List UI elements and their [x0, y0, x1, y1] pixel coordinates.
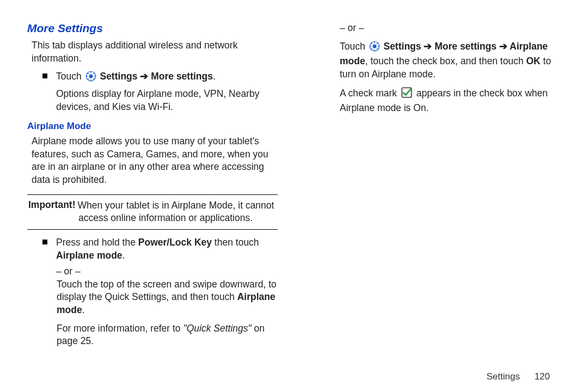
- airplane-desc: Airplane mode allows you to use many of …: [32, 135, 278, 187]
- ok-bold: OK: [526, 56, 540, 66]
- bullet-touch-settings: Touch Settings: [42, 70, 278, 113]
- power-lock-key: Power/Lock Key: [138, 237, 212, 248]
- path-settings-more: Settings ➔ More settings: [100, 71, 213, 82]
- period: .: [213, 71, 216, 82]
- svg-line-8: [88, 78, 89, 79]
- text-touch: Touch: [56, 71, 82, 82]
- airplane-mode-bold: Airplane mode: [56, 250, 122, 261]
- swipe-down-line: Touch the top of the screen and swipe do…: [57, 278, 278, 317]
- important-text-1: When your tablet is in Airplane Mode, it…: [78, 199, 277, 212]
- settings-gear-icon: [85, 71, 96, 85]
- touch-path-2: Touch Settings ➔ More settings ➔ Airplan…: [340, 40, 561, 81]
- bullet-press-hold: Press and hold the Power/Lock Key then t…: [42, 236, 278, 278]
- svg-line-16: [371, 43, 372, 44]
- svg-line-17: [377, 48, 378, 50]
- svg-line-9: [93, 73, 94, 74]
- quick-settings-ref: "Quick Settings": [183, 323, 251, 334]
- square-bullet-icon: [42, 74, 47, 78]
- svg-line-7: [93, 78, 94, 79]
- manual-page: More Settings This tab displays addition…: [0, 0, 588, 365]
- more-settings-intro: This tab displays additional wireless an…: [32, 39, 278, 65]
- period2: .: [122, 250, 125, 261]
- checkbox-checked-icon: [401, 87, 413, 102]
- for-more-info: For more information, refer to "Quick Se…: [57, 322, 278, 348]
- or-sep-2: – or –: [340, 22, 561, 35]
- bullet-body: Touch Settings: [56, 70, 278, 113]
- press-hold-a: Press and hold the: [56, 237, 138, 248]
- touch-word-2: Touch: [340, 41, 365, 52]
- square-bullet-icon: [42, 240, 47, 244]
- for-more-a: For more information, refer to: [57, 323, 183, 334]
- heading-more-settings: More Settings: [27, 22, 278, 35]
- heading-airplane-mode: Airplane Mode: [27, 121, 278, 132]
- svg-line-19: [377, 43, 378, 44]
- checkmark-line: A check mark appears in the check box wh…: [340, 87, 561, 115]
- press-hold-b: then touch: [212, 237, 259, 248]
- footer-section: Settings: [486, 371, 519, 382]
- important-callout: Important! When your tablet is in Airpla…: [27, 194, 278, 230]
- svg-point-1: [89, 75, 93, 78]
- or-sep-1: – or –: [56, 265, 278, 278]
- svg-line-18: [371, 48, 372, 50]
- footer-page-number: 120: [535, 371, 550, 382]
- bullet-body: Press and hold the Power/Lock Key then t…: [56, 236, 278, 278]
- check-a: A check mark: [340, 88, 400, 99]
- options-line: Options display for Airplane mode, VPN, …: [56, 88, 278, 113]
- settings-gear-icon: [369, 41, 380, 56]
- touch2-tail: , touch the check box, and then touch: [365, 56, 526, 66]
- svg-point-11: [372, 44, 376, 48]
- page-footer: Settings 120: [486, 371, 550, 382]
- svg-line-6: [88, 73, 89, 74]
- important-text-2: access online information or application…: [78, 212, 277, 225]
- important-label: Important!: [28, 199, 78, 212]
- period3: .: [82, 304, 85, 315]
